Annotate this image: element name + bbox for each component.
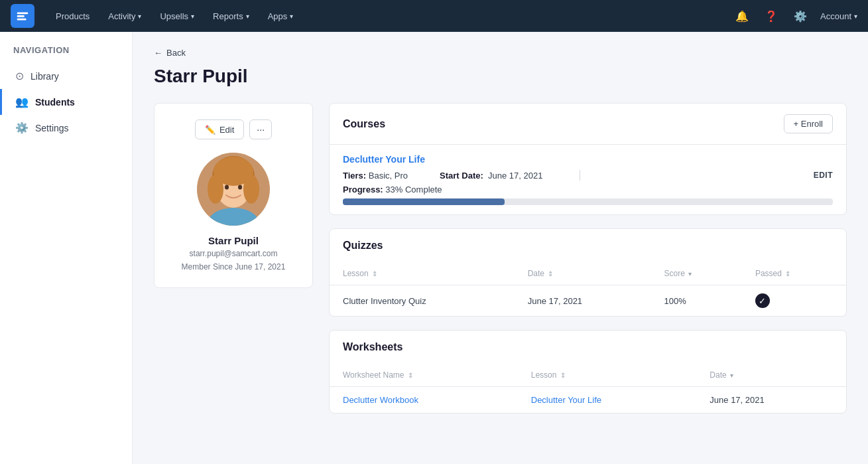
sidebar-title: Navigation xyxy=(0,45,132,63)
sidebar-item-label: Settings xyxy=(35,123,69,133)
quizzes-table: Lesson ⇕ Date ⇕ Score ▾ xyxy=(330,262,846,316)
top-nav-right: 🔔 ❓ ⚙️ Account▾ xyxy=(733,7,857,25)
students-icon: 👥 xyxy=(15,96,29,108)
student-layout: ✏️ Edit ··· xyxy=(154,103,847,427)
quiz-score: 100% xyxy=(651,285,742,317)
worksheets-title: Worksheets xyxy=(343,341,403,353)
table-row: Clutter Inventory Quiz June 17, 2021 100… xyxy=(330,285,846,317)
sidebar-item-label: Library xyxy=(31,71,59,82)
nav-reports[interactable]: Reports▾ xyxy=(213,11,249,21)
settings-icon[interactable]: ⚙️ xyxy=(791,7,810,25)
chevron-down-icon: ▾ xyxy=(246,13,249,20)
quizzes-header: Quizzes xyxy=(330,229,846,262)
nav-items: Products Activity▾ Upsells▾ Reports▾ App… xyxy=(56,11,712,21)
nav-apps[interactable]: Apps▾ xyxy=(268,11,294,21)
quiz-lesson: Clutter Inventory Quiz xyxy=(330,285,515,317)
progress-bar-fill xyxy=(343,198,505,205)
worksheet-lesson[interactable]: Declutter Your Life xyxy=(518,387,697,414)
sidebar-item-library[interactable]: ⊙ Library xyxy=(0,63,132,89)
sidebar-item-settings[interactable]: ⚙️ Settings xyxy=(0,115,132,141)
worksheet-date: June 17, 2021 xyxy=(696,387,846,414)
student-name: Starr Pupil xyxy=(173,235,294,246)
svg-point-10 xyxy=(225,185,229,190)
svg-rect-0 xyxy=(17,13,29,15)
main-content: ← Back Starr Pupil ✏️ Edit ··· xyxy=(133,32,868,464)
progress-bar-background xyxy=(343,198,833,205)
course-item: Declutter Your Life Tiers: Basic, Pro St… xyxy=(330,144,846,214)
passed-checkmark: ✓ xyxy=(755,293,770,308)
worksheets-table: Worksheet Name ⇕ Lesson ⇕ Date ▾ xyxy=(330,364,846,413)
courses-header: Courses + Enroll xyxy=(330,104,846,144)
quizzes-title: Quizzes xyxy=(343,240,383,252)
sort-icon: ⇕ xyxy=(372,270,377,277)
sort-icon: ⇕ xyxy=(785,270,790,277)
settings-icon: ⚙️ xyxy=(15,121,29,134)
sidebar-item-label: Students xyxy=(35,97,75,108)
quizzes-section: Quizzes Lesson ⇕ Date ⇕ xyxy=(329,228,847,317)
nav-upsells[interactable]: Upsells▾ xyxy=(160,11,194,21)
quiz-passed: ✓ xyxy=(742,285,846,317)
notifications-icon[interactable]: 🔔 xyxy=(733,7,751,25)
student-card: ✏️ Edit ··· xyxy=(154,103,313,288)
sort-icon: ⇕ xyxy=(408,372,413,379)
pencil-icon: ✏️ xyxy=(205,125,216,135)
nav-products[interactable]: Products xyxy=(56,11,90,21)
worksheets-col-date[interactable]: Date ▾ xyxy=(696,364,846,387)
svg-point-7 xyxy=(208,175,223,204)
svg-point-11 xyxy=(238,185,242,190)
sort-icon: ▾ xyxy=(688,270,692,277)
course-progress-label: Progress: 33% Complete xyxy=(343,185,833,194)
back-button[interactable]: ← Back xyxy=(154,48,847,58)
enroll-button[interactable]: + Enroll xyxy=(784,114,833,133)
chevron-down-icon: ▾ xyxy=(138,13,141,20)
sidebar: Navigation ⊙ Library 👥 Students ⚙️ Setti… xyxy=(0,32,133,464)
sidebar-item-students[interactable]: 👥 Students xyxy=(0,89,132,115)
worksheets-col-name[interactable]: Worksheet Name ⇕ xyxy=(330,364,518,387)
worksheets-section: Worksheets Worksheet Name ⇕ Lesson xyxy=(329,330,847,414)
page-layout: Navigation ⊙ Library 👥 Students ⚙️ Setti… xyxy=(0,32,868,464)
more-button[interactable]: ··· xyxy=(249,119,272,139)
divider xyxy=(580,170,580,181)
chevron-down-icon: ▾ xyxy=(290,13,293,20)
svg-rect-2 xyxy=(17,19,27,21)
chevron-down-icon: ▾ xyxy=(191,13,194,20)
student-email: starr.pupil@samcart.com xyxy=(173,249,294,258)
edit-button[interactable]: ✏️ Edit xyxy=(195,119,244,139)
top-navigation: Products Activity▾ Upsells▾ Reports▾ App… xyxy=(0,0,868,32)
brand-logo[interactable] xyxy=(11,4,34,28)
course-name[interactable]: Declutter Your Life xyxy=(343,154,833,165)
sort-icon: ▾ xyxy=(730,372,733,379)
arrow-left-icon: ← xyxy=(154,48,162,58)
quizzes-col-lesson[interactable]: Lesson ⇕ xyxy=(330,262,515,285)
worksheets-col-lesson[interactable]: Lesson ⇕ xyxy=(518,364,697,387)
quizzes-col-passed[interactable]: Passed ⇕ xyxy=(742,262,846,285)
library-icon: ⊙ xyxy=(15,70,24,82)
card-actions: ✏️ Edit ··· xyxy=(173,119,294,139)
nav-activity[interactable]: Activity▾ xyxy=(108,11,141,21)
courses-section: Courses + Enroll Declutter Your Life Tie… xyxy=(329,103,847,215)
quizzes-col-score[interactable]: Score ▾ xyxy=(651,262,742,285)
student-detail: Courses + Enroll Declutter Your Life Tie… xyxy=(329,103,847,427)
svg-point-8 xyxy=(243,175,259,204)
sort-icon: ⇕ xyxy=(548,270,553,277)
back-label: Back xyxy=(166,48,186,58)
page-title: Starr Pupil xyxy=(154,66,847,87)
member-since: Member Since June 17, 2021 xyxy=(173,262,294,271)
help-icon[interactable]: ❓ xyxy=(762,7,780,25)
course-meta: Tiers: Basic, Pro Start Date: June 17, 2… xyxy=(343,170,833,181)
chevron-down-icon: ▾ xyxy=(854,13,857,20)
worksheet-name[interactable]: Declutter Workbook xyxy=(330,387,518,414)
worksheets-header: Worksheets xyxy=(330,331,846,364)
avatar xyxy=(197,153,270,226)
course-start-date: Start Date: June 17, 2021 xyxy=(440,171,542,181)
edit-label: Edit xyxy=(219,125,234,135)
quizzes-col-date[interactable]: Date ⇕ xyxy=(515,262,651,285)
svg-rect-1 xyxy=(17,15,25,17)
courses-title: Courses xyxy=(343,118,385,130)
table-row: Declutter Workbook Declutter Your Life J… xyxy=(330,387,846,414)
quiz-date: June 17, 2021 xyxy=(515,285,651,317)
course-tiers: Tiers: Basic, Pro xyxy=(343,171,408,181)
course-edit-link[interactable]: EDIT xyxy=(814,171,833,180)
sort-icon: ⇕ xyxy=(560,372,566,379)
account-menu[interactable]: Account▾ xyxy=(820,11,857,21)
